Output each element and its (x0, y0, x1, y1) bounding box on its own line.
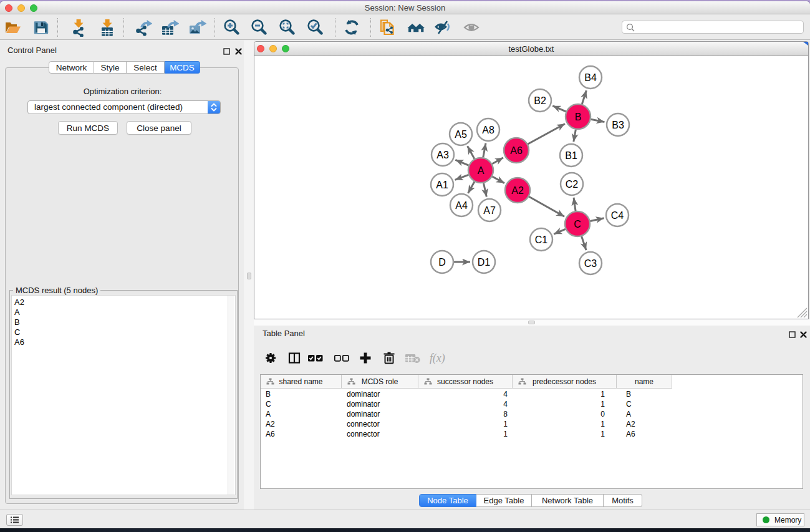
node-B1[interactable]: B1 (560, 144, 582, 167)
edge-C-C1[interactable] (554, 229, 566, 234)
node-A3[interactable]: A3 (432, 143, 454, 166)
export-network-button[interactable] (132, 17, 153, 38)
node-B2[interactable]: B2 (529, 89, 551, 112)
table-row[interactable]: Adominator80A (261, 409, 672, 419)
column-layout-button[interactable] (284, 347, 304, 369)
node-D1[interactable]: D1 (473, 251, 495, 273)
export-image-button[interactable] (186, 17, 208, 38)
tab-edge-table[interactable]: Edge Table (476, 494, 532, 507)
mcds-result-item[interactable]: A6 (12, 337, 235, 347)
edge-A-A7[interactable] (483, 183, 486, 197)
table-row[interactable]: A6connector11A6 (261, 429, 672, 439)
edge-C-C3[interactable] (582, 236, 586, 250)
node-C[interactable]: C (565, 211, 590, 236)
edge-B-B3[interactable] (591, 119, 605, 122)
edge-A6-B[interactable] (528, 123, 564, 143)
network-canvas[interactable]: AA1A2A3A4A5A6A7A8BB1B2B3B4CC1C2C3C4DD1 (254, 57, 808, 319)
edge-A2-C[interactable] (529, 196, 564, 216)
node-A[interactable]: A (468, 158, 493, 183)
node-D[interactable]: D (431, 251, 453, 273)
node-C3[interactable]: C3 (579, 252, 602, 274)
tab-network-table[interactable]: Network Table (532, 494, 604, 507)
column-header-name[interactable]: name (617, 375, 672, 388)
column-header-MCDS-role[interactable]: MCDS role (342, 375, 418, 388)
tab-network[interactable]: Network (49, 61, 94, 74)
node-B3[interactable]: B3 (607, 114, 629, 136)
add-column-button[interactable] (355, 347, 375, 369)
edge-A-A2[interactable] (492, 177, 504, 183)
tab-motifs[interactable]: Motifs (604, 494, 642, 507)
deselect-all-button[interactable] (332, 347, 352, 369)
delete-table-button[interactable] (403, 347, 423, 369)
node-A2[interactable]: A2 (505, 178, 530, 203)
save-session-button[interactable] (31, 17, 52, 38)
edge-A-A6[interactable] (492, 158, 503, 164)
open-file-button[interactable] (2, 17, 24, 38)
edge-C-C2[interactable] (574, 198, 576, 211)
node-A1[interactable]: A1 (431, 173, 453, 196)
float-panel-button[interactable] (788, 330, 796, 339)
edge-A-A8[interactable] (483, 143, 486, 158)
zoom-in-button[interactable] (221, 17, 242, 38)
export-table-button[interactable] (159, 17, 180, 38)
mcds-result-item[interactable]: C (12, 327, 235, 337)
vertical-splitter[interactable] (244, 41, 254, 510)
edge-A-A4[interactable] (468, 181, 475, 193)
tab-mcds[interactable]: MCDS (165, 61, 200, 74)
splitter-grip[interactable] (528, 321, 535, 324)
delete-column-button[interactable] (379, 347, 399, 369)
import-network-button[interactable] (68, 17, 89, 38)
function-builder-button[interactable]: f(x) (428, 347, 448, 369)
close-panel-button[interactable] (799, 330, 808, 339)
edge-B-B4[interactable] (582, 90, 586, 104)
edge-B-B1[interactable] (574, 130, 576, 142)
edge-B-B2[interactable] (552, 106, 566, 112)
import-table-button[interactable] (97, 17, 118, 38)
edge-A-A3[interactable] (455, 160, 468, 165)
splitter-grip[interactable] (247, 273, 251, 279)
zoom-fit-button[interactable] (276, 17, 297, 38)
table-row[interactable]: Bdominator41B (261, 389, 672, 399)
select-all-button[interactable] (306, 347, 325, 369)
network-overview-button[interactable] (405, 17, 427, 38)
tab-node-table[interactable]: Node Table (419, 494, 476, 507)
resize-grip-icon[interactable] (795, 306, 808, 318)
apply-layout-button[interactable] (341, 17, 362, 38)
column-header-successor-nodes[interactable]: successor nodes (418, 375, 513, 388)
edge-A-A1[interactable] (455, 175, 469, 180)
zoom-selected-button[interactable] (304, 17, 325, 38)
optimization-criterion-dropdown[interactable]: largest connected component (directed) (27, 100, 221, 114)
mcds-result-item[interactable]: A2 (12, 297, 235, 307)
node-A5[interactable]: A5 (450, 123, 472, 145)
mcds-result-item[interactable]: A (12, 307, 235, 317)
close-panel-button[interactable] (234, 47, 243, 56)
table-options-button[interactable] (261, 347, 281, 369)
node-C4[interactable]: C4 (606, 204, 629, 226)
memory-button[interactable]: Memory (756, 513, 804, 526)
clone-network-button[interactable] (377, 17, 398, 38)
node-A6[interactable]: A6 (504, 138, 529, 163)
node-A4[interactable]: A4 (450, 194, 473, 216)
show-panels-button[interactable] (6, 514, 23, 526)
scrollbar-track[interactable] (228, 296, 234, 495)
search-box[interactable] (622, 21, 804, 34)
node-C1[interactable]: C1 (530, 228, 552, 251)
mcds-result-list[interactable]: A2ABCA6 (11, 295, 236, 495)
run-mcds-button[interactable]: Run MCDS (58, 121, 118, 135)
table-row[interactable]: A2connector11A2 (261, 419, 672, 429)
tab-style[interactable]: Style (94, 61, 127, 74)
table-row[interactable]: Cdominator41C (261, 399, 672, 409)
column-header-predecessor-nodes[interactable]: predecessor nodes (513, 375, 617, 388)
mcds-result-item[interactable]: B (12, 317, 235, 327)
node-B[interactable]: B (566, 104, 591, 129)
node-A7[interactable]: A7 (478, 199, 501, 221)
show-graphics-details-button[interactable] (461, 17, 482, 38)
node-A8[interactable]: A8 (477, 118, 499, 141)
hide-graphics-details-button[interactable] (433, 17, 454, 38)
edge-C-C4[interactable] (591, 218, 604, 221)
float-panel-button[interactable] (222, 47, 231, 56)
zoom-out-button[interactable] (248, 17, 269, 38)
node-C2[interactable]: C2 (561, 173, 583, 195)
node-B4[interactable]: B4 (579, 66, 602, 89)
edge-A-A5[interactable] (468, 146, 475, 158)
